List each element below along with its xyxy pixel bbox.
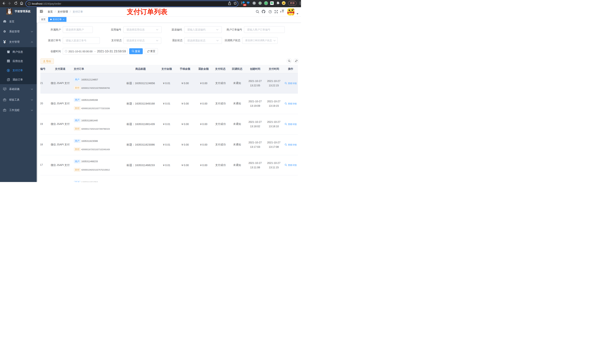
svg-text:?: ? xyxy=(269,10,271,13)
svg-text:⌘: ⌘ xyxy=(253,2,255,4)
